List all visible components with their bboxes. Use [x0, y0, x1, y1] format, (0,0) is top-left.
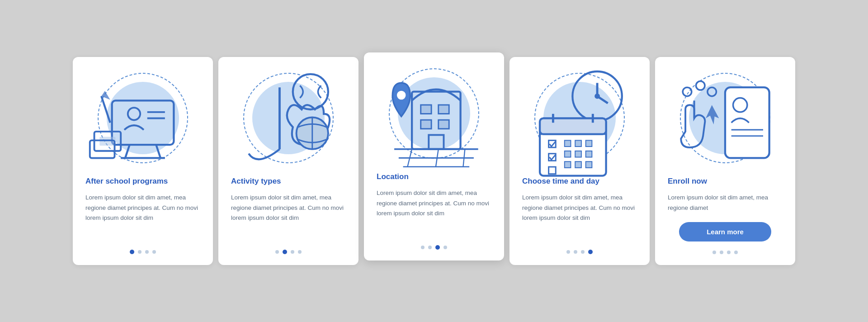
card-after-school: After school programs Lorem ipsum dolor …	[73, 57, 213, 265]
svg-marker-58	[706, 105, 719, 124]
dots-row	[85, 250, 200, 254]
dot	[152, 250, 156, 254]
dot	[720, 251, 723, 254]
svg-point-13	[293, 74, 328, 109]
card-text: Lorem ipsum dolor sit dim amet, mea regi…	[231, 193, 346, 241]
icon-area-after-school	[85, 71, 200, 166]
card-enroll-now: Enroll now Lorem ipsum dolor sit dim ame…	[655, 57, 795, 265]
dot	[291, 250, 294, 254]
svg-point-4	[128, 108, 140, 120]
card-location: Location Lorem ipsum dolor sit dim amet,…	[364, 52, 504, 260]
svg-rect-18	[439, 105, 449, 114]
svg-rect-48	[575, 161, 581, 168]
icon-area-location	[377, 66, 491, 161]
dots-row	[668, 251, 783, 254]
svg-rect-43	[586, 140, 592, 147]
dot	[443, 246, 447, 249]
dots-row	[231, 250, 346, 254]
card-choose-time: Choose time and day Lorem ipsum dolor si…	[509, 57, 650, 265]
dot	[428, 246, 432, 249]
dot	[734, 251, 738, 254]
svg-point-57	[708, 87, 717, 96]
svg-rect-19	[421, 120, 431, 129]
svg-rect-44	[565, 151, 571, 157]
dot-active	[283, 250, 287, 254]
dot	[727, 251, 731, 254]
dot	[712, 251, 716, 254]
learn-more-button[interactable]: Learn more	[679, 222, 771, 242]
cards-container: After school programs Lorem ipsum dolor …	[64, 48, 804, 274]
dot	[566, 250, 570, 254]
time-day-icon	[522, 52, 637, 185]
card-activity-types: Activity types Lorem ipsum dolor sit dim…	[218, 57, 359, 265]
svg-rect-34	[540, 118, 606, 134]
dots-row	[522, 250, 637, 254]
dot	[421, 246, 425, 249]
svg-point-28	[397, 90, 406, 99]
svg-rect-41	[565, 140, 571, 147]
svg-line-7	[101, 96, 110, 123]
svg-point-55	[683, 87, 692, 96]
icon-area-enroll	[668, 71, 783, 166]
svg-rect-16	[412, 91, 460, 149]
svg-line-2	[156, 145, 160, 158]
activity-types-icon	[231, 52, 346, 185]
dot-active	[435, 245, 440, 250]
dot	[298, 250, 302, 254]
svg-point-32	[594, 93, 600, 99]
icon-area-activity	[231, 71, 346, 166]
svg-rect-42	[575, 140, 581, 147]
dot	[145, 250, 149, 254]
svg-rect-17	[421, 105, 431, 114]
icon-area-time	[522, 71, 637, 166]
svg-rect-47	[565, 161, 571, 168]
svg-rect-20	[439, 120, 449, 129]
card-text: Lorem ipsum dolor sit dim amet, mea regi…	[377, 188, 491, 236]
location-icon	[377, 47, 491, 180]
svg-rect-21	[429, 135, 443, 149]
dot	[275, 250, 279, 254]
card-text: Lorem ipsum dolor sit dim amet, mea regi…	[522, 193, 637, 241]
svg-rect-46	[586, 151, 592, 157]
enroll-icon	[668, 52, 783, 185]
dot	[581, 250, 585, 254]
dot-active	[130, 250, 134, 254]
card-text: Lorem ipsum dolor sit dim amet, mea regi…	[668, 193, 783, 213]
dot	[138, 250, 142, 254]
svg-point-56	[696, 81, 705, 90]
card-text: Lorem ipsum dolor sit dim amet, mea regi…	[85, 193, 200, 241]
after-school-icon	[85, 52, 200, 185]
dot-active	[588, 250, 593, 254]
dots-row	[377, 245, 491, 250]
svg-line-1	[125, 145, 130, 158]
svg-rect-45	[575, 151, 581, 157]
svg-rect-49	[586, 161, 592, 168]
dot	[574, 250, 577, 254]
